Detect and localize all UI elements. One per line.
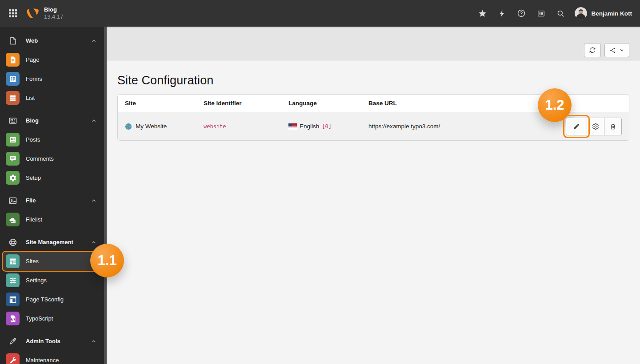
typoscript-module-icon	[6, 312, 20, 325]
topbar-toolbar: Benjamin Kott	[473, 4, 640, 22]
question-circle-icon	[517, 9, 526, 18]
page-module-icon	[6, 53, 20, 67]
site-settings-button[interactable]	[587, 118, 604, 135]
delete-button[interactable]	[604, 118, 622, 135]
base-url: https://example.typo3.com/	[368, 123, 440, 130]
refresh-icon	[589, 47, 596, 54]
gear-icon	[592, 123, 599, 130]
site-cell: My Website	[118, 123, 196, 130]
list-panel-icon	[537, 9, 545, 18]
typo3-version: 13.4.17	[44, 13, 63, 20]
site-identifier-cell: website	[196, 123, 281, 130]
language-name: English	[300, 123, 319, 130]
site-title-block: Blog 13.4.17	[44, 6, 63, 21]
sidebar-item-label: Forms	[26, 75, 42, 82]
topbar: Blog 13.4.17 Ben	[0, 0, 640, 27]
docheader-buttons	[584, 43, 629, 57]
chevron-up-icon	[91, 239, 97, 245]
module-group-header-admin-tools[interactable]: Admin Tools	[3, 332, 103, 351]
search-icon	[556, 9, 565, 18]
image-icon	[6, 196, 20, 205]
refresh-button[interactable]	[584, 43, 601, 57]
column-header-base-url: Base URL	[361, 100, 542, 107]
share-icon	[609, 47, 616, 54]
sidebar-item-label: Setup	[26, 174, 41, 181]
module-group-header-site-management[interactable]: Site Management	[3, 233, 103, 252]
module-group-label: File	[26, 197, 91, 204]
help-button[interactable]	[512, 4, 530, 22]
sidebar-item-setup[interactable]: Setup	[3, 168, 103, 187]
chevron-up-icon	[91, 38, 97, 44]
posts-module-icon	[6, 133, 20, 146]
site-name: My Website	[136, 123, 167, 130]
module-menu: Web Page Forms List Blog	[0, 27, 107, 364]
clear-cache-button[interactable]	[493, 4, 511, 22]
sidebar-item-label: List	[26, 95, 35, 101]
module-group-header-file[interactable]: File	[3, 191, 103, 210]
trash-icon	[609, 123, 616, 130]
user-menu[interactable]: Benjamin Kott	[575, 7, 632, 20]
sidebar-item-page[interactable]: Page	[3, 50, 103, 69]
sidebar-item-typoscript[interactable]: TypoScript	[3, 309, 103, 328]
module-group-header-web[interactable]: Web	[3, 31, 103, 50]
avatar	[575, 7, 587, 20]
sidebar-item-forms[interactable]: Forms	[3, 69, 103, 88]
setup-module-icon	[6, 171, 20, 185]
search-button[interactable]	[552, 4, 569, 22]
module-group-blog: Blog Posts Comments Setup	[0, 111, 107, 187]
module-group-label: Site Management	[26, 239, 91, 245]
star-icon	[478, 9, 487, 18]
sidebar-item-sites[interactable]: Sites	[3, 252, 103, 271]
module-group-admin-tools: Admin Tools Maintenance	[0, 332, 107, 364]
page-tsconfig-module-icon	[6, 293, 20, 306]
module-group-file: File Filelist	[0, 191, 107, 229]
bolt-icon	[498, 9, 506, 18]
forms-module-icon	[6, 72, 20, 86]
row-action-buttons	[566, 118, 622, 135]
sidebar-item-maintenance[interactable]: Maintenance	[3, 351, 103, 364]
globe-site-icon	[125, 123, 132, 130]
column-header-language: Language	[281, 100, 361, 107]
sidebar-item-page-tsconfig[interactable]: Page TSconfig	[3, 290, 103, 309]
module-group-site-management: Site Management Sites Settings Page TSco…	[0, 233, 107, 328]
base-url-cell: https://example.typo3.com/	[361, 123, 542, 130]
sidebar-item-list[interactable]: List	[3, 88, 103, 107]
maintenance-module-icon	[6, 353, 20, 364]
module-menu-toggle-button[interactable]	[4, 4, 22, 22]
list-module-icon	[6, 91, 20, 105]
chevron-down-icon	[619, 47, 624, 53]
system-information-button[interactable]	[532, 4, 550, 22]
sidebar-item-comments[interactable]: Comments	[3, 149, 103, 168]
module-group-web: Web Page Forms List	[0, 31, 107, 107]
app-grid-icon	[8, 9, 17, 18]
sidebar-item-label: Page TSconfig	[26, 296, 64, 303]
sidebar-item-settings[interactable]: Settings	[3, 271, 103, 290]
chevron-up-icon	[91, 198, 97, 204]
language-cell: English [0]	[281, 123, 361, 130]
site-identifier: website	[204, 123, 226, 130]
sidebar-item-label: Posts	[26, 136, 40, 143]
web-document-icon	[6, 36, 20, 45]
module-content: Site Configuration Site Site identifier …	[107, 27, 640, 364]
newspaper-icon	[6, 116, 20, 125]
filelist-module-icon	[6, 213, 20, 226]
module-menu-scrollbar[interactable]	[104, 27, 107, 364]
bookmarks-button[interactable]	[473, 4, 491, 22]
chevron-up-icon	[91, 118, 97, 124]
sidebar-item-label: TypoScript	[26, 315, 53, 322]
comments-module-icon	[6, 152, 20, 166]
module-group-header-blog[interactable]: Blog	[3, 111, 103, 130]
share-button[interactable]	[604, 43, 629, 57]
sidebar-item-label: Page	[26, 56, 39, 63]
pencil-icon	[573, 123, 580, 130]
settings-module-icon	[6, 273, 20, 287]
sidebar-item-label: Comments	[26, 155, 54, 162]
username: Benjamin Kott	[591, 10, 632, 17]
sidebar-item-posts[interactable]: Posts	[3, 130, 103, 149]
sites-module-icon	[6, 254, 20, 268]
language-id: [0]	[322, 123, 332, 130]
sidebar-item-filelist[interactable]: Filelist	[3, 210, 103, 229]
rocket-icon	[6, 337, 20, 346]
edit-button[interactable]	[566, 118, 587, 135]
globe-icon	[6, 238, 20, 247]
